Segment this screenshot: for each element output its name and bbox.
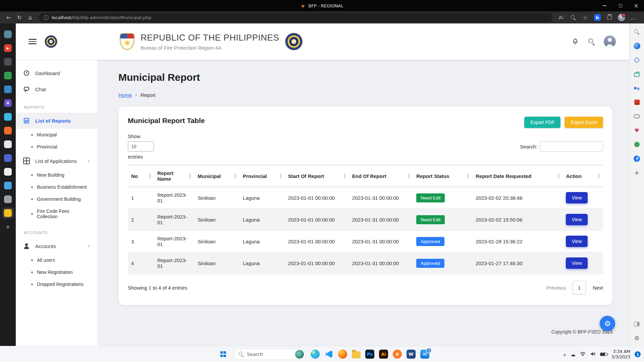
youtube-icon[interactable]: ▶ (2, 43, 14, 54)
illustrator-icon[interactable]: Ai (379, 350, 388, 359)
active-yellow-app-icon[interactable] (2, 207, 14, 219)
favorites-icon[interactable] (581, 13, 590, 22)
vscode-icon[interactable] (324, 350, 333, 359)
photos-icon[interactable] (2, 153, 14, 164)
column-header[interactable]: Report Date Requested (472, 165, 562, 187)
photoshop-icon[interactable]: Ps (365, 350, 374, 359)
sort-icons[interactable] (343, 174, 346, 178)
column-header[interactable]: End Of Report (349, 165, 413, 187)
sidebar-item-list-of-applications[interactable]: List of Applications (16, 153, 97, 169)
sidebar-search-icon[interactable] (633, 28, 641, 36)
facebook-icon[interactable] (633, 155, 641, 162)
sort-icons[interactable] (234, 174, 237, 178)
menu-toggle-icon[interactable] (29, 39, 37, 44)
games-icon[interactable] (633, 113, 641, 120)
sort-icons[interactable] (149, 174, 151, 178)
copilot-icon[interactable] (633, 42, 641, 50)
export-pdf-button[interactable]: Export PDF (524, 117, 560, 128)
maximize-button[interactable] (612, 0, 628, 11)
edge-icon[interactable] (311, 350, 320, 359)
notifications-bell-icon[interactable] (571, 37, 579, 46)
browser-profile-avatar[interactable] (618, 14, 625, 21)
pagination-previous[interactable]: Previous (546, 285, 566, 291)
browser-tab[interactable]: BFP - REGIONAL (295, 0, 348, 11)
volume-icon[interactable] (590, 351, 596, 358)
settings-fab[interactable] (600, 316, 615, 331)
onedrive-cloud-icon[interactable] (571, 351, 576, 358)
column-header[interactable]: Municipal (194, 165, 239, 187)
zoom-icon[interactable] (571, 15, 576, 20)
wifi-icon[interactable] (580, 351, 586, 358)
sidebar-item-provincial[interactable]: Provincial (16, 141, 97, 153)
column-header[interactable]: Report Name (154, 165, 194, 187)
more-menu-icon[interactable] (629, 13, 638, 22)
sidebar-item-list-of-reports[interactable]: List of Reports (16, 113, 97, 129)
sidebar-item-government-building[interactable]: Government Building (16, 193, 97, 205)
add-sidebar-item-icon[interactable] (633, 169, 641, 176)
view-button[interactable]: View (566, 192, 587, 203)
collections-icon[interactable] (607, 16, 612, 19)
user-avatar[interactable] (604, 36, 616, 48)
sidebar-item-dropped-registrations[interactable]: Dropped Registrations (16, 278, 97, 290)
site-info-icon[interactable] (44, 15, 49, 20)
breadcrumb-home-link[interactable]: Home (118, 92, 132, 98)
search-blue-icon[interactable] (2, 180, 14, 191)
back-icon[interactable] (4, 13, 13, 22)
table-search-input[interactable] (540, 141, 603, 152)
flame-app-icon[interactable] (2, 125, 14, 136)
shopping-icon[interactable] (633, 56, 641, 64)
sheets-grid-icon[interactable] (2, 70, 14, 81)
remote-desktop-icon[interactable] (2, 29, 14, 40)
column-header[interactable]: Start Of Report (285, 165, 349, 187)
home-icon[interactable] (25, 13, 35, 22)
toolbox-icon[interactable] (633, 70, 641, 78)
skype-icon[interactable] (2, 111, 14, 122)
firefox-icon[interactable] (338, 350, 347, 359)
column-header[interactable]: Action (562, 165, 603, 187)
notes-icon[interactable] (2, 139, 14, 150)
sidebar-item-business-establishment[interactable]: Business Establishment (16, 181, 97, 193)
drop-icon[interactable] (633, 141, 641, 148)
address-bar[interactable]: localhost/bfp/bfp-administrator/Municipa… (39, 13, 553, 22)
sort-icons[interactable] (189, 174, 192, 178)
header-search-icon[interactable] (588, 38, 595, 45)
battery-icon[interactable] (600, 353, 607, 356)
view-button[interactable]: View (566, 236, 587, 247)
sort-icons[interactable] (557, 174, 560, 178)
start-button[interactable] (217, 349, 229, 360)
word-icon[interactable]: W (407, 350, 416, 359)
browser-essentials-icon[interactable] (633, 127, 641, 134)
sidebar-item-fire-code-fees[interactable]: Fire Code Fees Collection (16, 205, 97, 223)
sidebar-item-accounts[interactable]: Accounts (16, 238, 97, 254)
people-icon[interactable] (633, 84, 641, 92)
mail-icon[interactable]: 3 (420, 350, 429, 359)
add-app-icon[interactable]: + (2, 221, 14, 232)
file-explorer-icon[interactable] (352, 351, 361, 358)
export-excel-button[interactable]: Export Excel (565, 117, 603, 128)
xampp-icon[interactable]: X (393, 350, 402, 359)
bing-icon[interactable] (594, 14, 601, 21)
close-button[interactable] (628, 0, 644, 11)
read-aloud-icon[interactable] (557, 13, 566, 22)
sidebar-item-municipal[interactable]: Municipal (16, 129, 97, 141)
pagination-next[interactable]: Next (593, 285, 603, 291)
contacts-icon[interactable] (2, 194, 14, 205)
notification-count-badge[interactable]: 1 (635, 351, 641, 357)
github-icon[interactable] (2, 166, 14, 177)
sort-icons[interactable] (279, 174, 282, 178)
sidebar-item-new-registration[interactable]: New Registration (16, 266, 97, 278)
search-gray-icon[interactable] (2, 56, 14, 67)
column-header[interactable]: No (128, 165, 154, 187)
taskbar-search[interactable]: Search (233, 349, 306, 360)
bing-daily-image[interactable] (295, 350, 304, 359)
sidebar-item-all-users[interactable]: All users (16, 254, 97, 266)
entries-count-input[interactable] (128, 141, 154, 152)
tray-expand-icon[interactable] (563, 351, 566, 358)
sidebar-settings-icon[interactable] (633, 335, 641, 342)
sidebar-item-dashboard[interactable]: Dashboard (16, 65, 97, 81)
h-app-icon[interactable]: H (2, 98, 14, 109)
minimize-button[interactable] (597, 0, 612, 11)
sidebar-item-new-building[interactable]: New Building (16, 169, 97, 181)
sidebar-panel-icon[interactable] (633, 320, 641, 328)
pagination-page-1[interactable]: 1 (573, 281, 586, 294)
